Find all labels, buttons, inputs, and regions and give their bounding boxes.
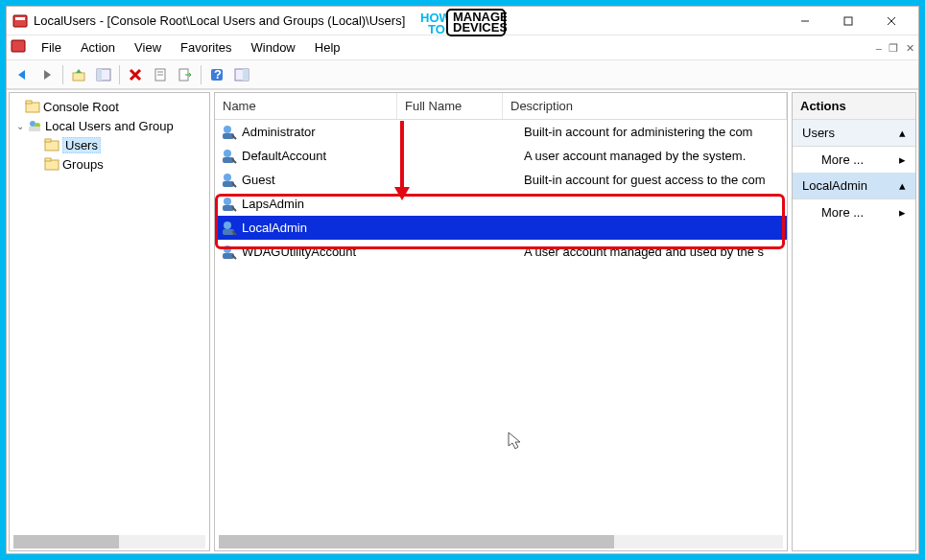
tree-groups[interactable]: Groups [12, 154, 207, 174]
user-icon [221, 124, 238, 141]
actions-pane: Actions Users ▴ More ... ▸ LocalAdmin ▴ … [792, 92, 916, 551]
user-icon [221, 172, 238, 189]
svg-rect-14 [97, 69, 102, 81]
menu-file[interactable]: File [32, 38, 71, 57]
export-button[interactable] [174, 63, 197, 86]
collapse-icon[interactable]: ⌄ [13, 121, 27, 131]
mdi-close-icon[interactable]: ✕ [906, 42, 914, 54]
chevron-right-icon: ▸ [899, 152, 906, 167]
svg-rect-6 [15, 17, 25, 20]
svg-point-38 [224, 198, 231, 205]
svg-rect-22 [243, 69, 249, 81]
collapse-icon: ▴ [899, 126, 906, 140]
menu-bar: File Action View Favorites Window Help –… [7, 35, 918, 60]
tree-console-root[interactable]: Console Root [12, 97, 207, 116]
mdi-controls: – ❐ ✕ [872, 40, 914, 55]
cursor-icon [508, 432, 523, 451]
svg-rect-11 [12, 40, 25, 52]
folder-icon [44, 137, 59, 152]
user-name: DefaultAccount [242, 149, 418, 163]
actions-more-users[interactable]: More ... ▸ [793, 147, 915, 173]
up-button[interactable] [67, 63, 90, 86]
delete-button[interactable] [124, 63, 147, 86]
actions-more-localadmin[interactable]: More ... ▸ [793, 199, 915, 225]
window-title: LocalUsers - [Console Root\Local Users a… [34, 13, 783, 28]
mdi-minimize-icon[interactable]: – [876, 42, 882, 54]
svg-point-42 [224, 245, 231, 253]
user-icon [221, 196, 238, 213]
tree-scrollbar[interactable] [13, 535, 205, 548]
tree-users[interactable]: Users [12, 135, 207, 154]
user-icon [221, 220, 238, 237]
user-name: Administrator [242, 125, 418, 139]
mdi-restore-icon[interactable]: ❐ [889, 42, 898, 54]
user-icon [221, 244, 238, 261]
properties-button[interactable] [149, 63, 172, 86]
user-row[interactable]: LocalAdmin [215, 216, 787, 240]
folder-icon [44, 156, 59, 172]
user-list-pane: Name Full Name Description Administrator… [214, 92, 788, 551]
menu-favorites[interactable]: Favorites [171, 38, 241, 57]
user-description: Built-in account for guest access to the… [524, 173, 787, 187]
user-icon [221, 148, 238, 165]
svg-text:?: ? [214, 67, 222, 82]
user-description: A user account managed by the system. [524, 149, 787, 163]
user-description: A user account managed and used by the s [524, 245, 787, 259]
toolbar: ? [7, 60, 918, 89]
user-description: Built-in account for administering the c… [524, 125, 787, 139]
app-icon [12, 13, 28, 29]
header-description[interactable]: Description [503, 93, 787, 119]
actions-header: Actions [793, 93, 915, 120]
svg-rect-5 [13, 15, 27, 27]
maximize-button[interactable] [826, 8, 869, 35]
chevron-right-icon: ▸ [899, 205, 906, 220]
menu-window[interactable]: Window [242, 38, 305, 57]
show-hide-tree-button[interactable] [92, 63, 115, 86]
svg-point-40 [224, 222, 231, 229]
svg-rect-31 [45, 158, 51, 161]
svg-point-34 [224, 150, 231, 157]
menu-action[interactable]: Action [71, 38, 125, 57]
tree-local-users-groups[interactable]: ⌄ Local Users and Group [12, 116, 207, 135]
svg-rect-12 [73, 73, 84, 81]
user-name: WDAGUtilityAccount [242, 245, 418, 259]
actions-section-users[interactable]: Users ▴ [793, 120, 915, 147]
header-name[interactable]: Name [215, 93, 397, 119]
mmc-icon [11, 38, 26, 57]
user-row[interactable]: WDAGUtilityAccountA user account managed… [215, 240, 787, 264]
header-fullname[interactable]: Full Name [397, 93, 503, 119]
close-button[interactable] [869, 8, 913, 35]
svg-rect-8 [844, 17, 852, 25]
back-button[interactable] [11, 63, 34, 86]
users-groups-icon [27, 118, 42, 133]
menu-help[interactable]: Help [305, 38, 350, 57]
list-scrollbar[interactable] [219, 535, 783, 548]
minimize-button[interactable] [783, 8, 826, 35]
user-row[interactable]: DefaultAccountA user account managed by … [215, 144, 787, 168]
user-row[interactable]: AdministratorBuilt-in account for admini… [215, 120, 787, 144]
menu-view[interactable]: View [125, 38, 171, 57]
user-name: Guest [242, 173, 418, 187]
user-name: LocalAdmin [242, 221, 418, 235]
svg-point-36 [224, 174, 231, 181]
content-area: Console Root ⌄ Local Users and Group Use… [7, 89, 918, 553]
svg-rect-27 [29, 127, 40, 131]
forward-button[interactable] [36, 63, 59, 86]
help-button[interactable]: ? [205, 63, 228, 86]
collapse-icon: ▴ [899, 178, 906, 193]
folder-icon [25, 99, 40, 114]
title-bar: LocalUsers - [Console Root\Local Users a… [7, 7, 918, 35]
svg-rect-24 [26, 101, 32, 104]
user-row[interactable]: LapsAdmin [215, 192, 787, 216]
app-window: HOW TO MANAGE DEVICES LocalUsers - [Cons… [6, 6, 919, 554]
svg-rect-29 [45, 139, 51, 142]
view-options-button[interactable] [230, 63, 253, 86]
user-row[interactable]: GuestBuilt-in account for guest access t… [215, 168, 787, 192]
user-name: LapsAdmin [242, 197, 418, 211]
list-header: Name Full Name Description [215, 93, 787, 120]
actions-section-localadmin[interactable]: LocalAdmin ▴ [793, 173, 915, 199]
list-body: AdministratorBuilt-in account for admini… [215, 120, 787, 550]
svg-point-32 [224, 126, 231, 133]
tree-pane: Console Root ⌄ Local Users and Group Use… [9, 92, 210, 551]
